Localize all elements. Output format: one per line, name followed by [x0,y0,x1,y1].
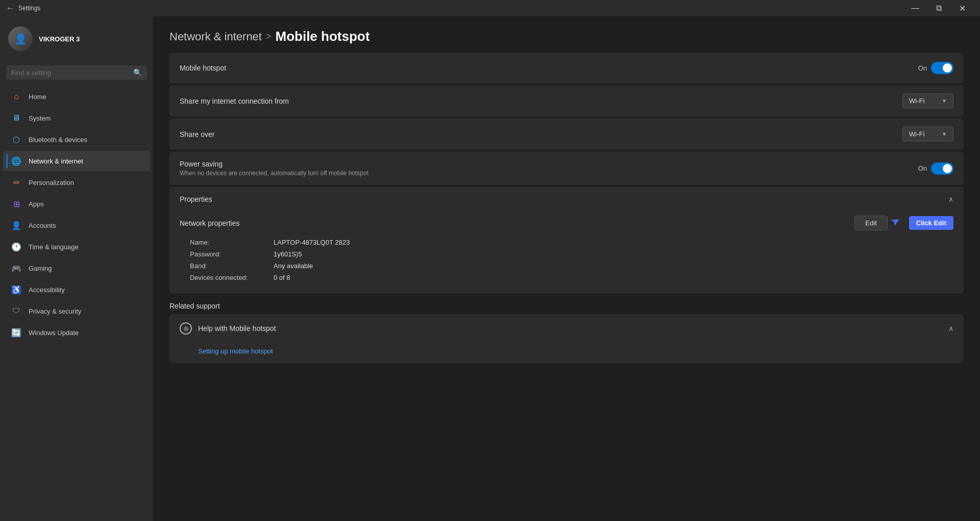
search-box[interactable]: 🔍 [6,65,147,80]
power-saving-label: Power saving [180,160,369,168]
gaming-icon: 🎮 [11,263,21,273]
prop-row-devices: Devices connected: 0 of 8 [190,274,953,281]
chevron-down-icon: ▼ [942,131,947,137]
search-input[interactable] [11,69,129,77]
search-container: 🔍 [0,61,153,86]
sidebar: 👤 VIKROGER 3 🔍 ⌂ Home 🖥 System ⬡ Bluetoo… [0,16,153,521]
main-content: Network & internet > Mobile hotspot Mobi… [153,16,980,521]
support-header[interactable]: ⊕ Help with Mobile hotspot ∧ [169,314,964,343]
accessibility-icon: ♿ [11,285,21,295]
sidebar-item-network[interactable]: 🌐 Network & internet [3,151,150,171]
related-support: Related support ⊕ Help with Mobile hotsp… [169,302,964,363]
properties-title: Properties [180,195,212,203]
breadcrumb-current: Mobile hotspot [275,29,370,44]
sidebar-item-label: Home [29,93,46,101]
share-from-dropdown[interactable]: Wi-Fi ▼ [902,93,953,108]
sidebar-item-personalization[interactable]: ✏ Personalization [3,172,150,193]
properties-header[interactable]: Properties ∧ [169,187,964,211]
mobile-hotspot-label: Mobile hotspot [180,64,226,72]
collapse-icon: ∧ [948,195,953,203]
breadcrumb-parent[interactable]: Network & internet [169,30,262,43]
avatar: 👤 [8,27,33,51]
system-icon: 🖥 [11,113,21,123]
sidebar-item-accessibility[interactable]: ♿ Accessibility [3,279,150,300]
back-button[interactable]: ← [6,4,14,13]
prop-key-password: Password: [190,250,261,258]
breadcrumb: Network & internet > Mobile hotspot [153,16,980,53]
sidebar-item-label: Personalization [29,179,74,186]
username: VIKROGER 3 [39,35,80,43]
share-from-row: Share my internet connection from Wi-Fi … [169,85,964,116]
power-saving-toggle[interactable] [931,162,953,175]
prop-row-band: Band: Any available [190,262,953,270]
network-props-title: Network properties [180,219,240,227]
prop-key-devices: Devices connected: [190,274,261,281]
titlebar-title: Settings [18,5,40,12]
home-icon: ⌂ [11,91,21,102]
support-globe-icon: ⊕ [180,322,192,335]
share-over-label: Share over [180,130,214,138]
sidebar-item-label: System [29,114,51,122]
support-section-label: Help with Mobile hotspot [198,324,276,333]
restore-button[interactable]: ⧉ [927,0,950,16]
prop-val-band: Any available [274,262,313,270]
mobile-hotspot-row: Mobile hotspot On [169,53,964,83]
sidebar-item-system[interactable]: 🖥 System [3,108,150,128]
prop-val-password: 1y601S)5 [274,250,302,258]
support-body: Setting up mobile hotspot [169,343,964,363]
sidebar-item-label: Accounts [29,222,56,229]
mobile-hotspot-toggle[interactable] [931,62,953,74]
chevron-down-icon: ▼ [942,98,947,104]
titlebar-controls: — ⧉ ✕ [903,0,974,16]
support-link[interactable]: Setting up mobile hotspot [198,347,273,355]
edit-button[interactable]: Edit [854,216,887,230]
sidebar-item-label: Privacy & security [29,307,81,315]
bluetooth-icon: ⬡ [11,134,21,145]
prop-key-name: Name: [190,239,261,246]
share-over-dropdown[interactable]: Wi-Fi ▼ [902,127,953,141]
prop-row-name: Name: LAPTOP-4873LQ0T 2823 [190,239,953,246]
sidebar-item-bluetooth[interactable]: ⬡ Bluetooth & devices [3,129,150,150]
search-icon: 🔍 [133,68,142,77]
breadcrumb-separator: > [266,31,272,42]
nav-items: ⌂ Home 🖥 System ⬡ Bluetooth & devices 🌐 … [0,86,153,517]
prop-row-password: Password: 1y601S)5 [190,250,953,258]
sidebar-item-apps[interactable]: ⊞ Apps [3,194,150,214]
sidebar-item-label: Time & language [29,243,79,251]
sidebar-item-accounts[interactable]: 👤 Accounts [3,215,150,235]
properties-body: Network properties Edit ➤ Click Edit Nam… [169,211,964,294]
update-icon: 🔄 [11,327,21,338]
sidebar-item-time[interactable]: 🕐 Time & language [3,236,150,257]
related-support-title: Related support [169,302,964,310]
support-section: ⊕ Help with Mobile hotspot ∧ Setting up … [169,314,964,363]
sidebar-item-gaming[interactable]: 🎮 Gaming [3,258,150,278]
mobile-hotspot-status-label: On [918,64,927,72]
support-collapse-icon: ∧ [948,324,953,333]
power-saving-row: Power saving When no devices are connect… [169,152,964,185]
sidebar-item-label: Bluetooth & devices [29,136,87,144]
settings-list: Mobile hotspot On Share my internet conn… [153,53,980,185]
sidebar-item-home[interactable]: ⌂ Home [3,86,150,107]
minimize-button[interactable]: — [903,0,927,16]
properties-section: Properties ∧ Network properties Edit ➤ C… [169,187,964,294]
prop-rows: Name: LAPTOP-4873LQ0T 2823 Password: 1y6… [180,239,953,281]
share-from-value: Wi-Fi [909,97,924,105]
sidebar-item-label: Accessibility [29,286,65,294]
arrow-pointer-icon: ➤ [888,213,902,229]
titlebar: ← Settings — ⧉ ✕ [0,0,980,16]
app-body: 👤 VIKROGER 3 🔍 ⌂ Home 🖥 System ⬡ Bluetoo… [0,16,980,521]
user-section: 👤 VIKROGER 3 [0,16,153,61]
personalization-icon: ✏ [11,177,21,187]
time-icon: 🕐 [11,242,21,252]
accounts-icon: 👤 [11,220,21,230]
sidebar-item-privacy[interactable]: 🛡 Privacy & security [3,301,150,321]
click-edit-tooltip: Click Edit [909,216,953,230]
network-icon: 🌐 [11,156,21,166]
share-over-value: Wi-Fi [909,130,924,138]
sidebar-item-label: Network & internet [29,157,83,165]
sidebar-item-update[interactable]: 🔄 Windows Update [3,322,150,343]
close-button[interactable]: ✕ [950,0,974,16]
share-from-label: Share my internet connection from [180,97,289,105]
sidebar-item-label: Gaming [29,265,52,272]
power-saving-status-label: On [918,164,927,172]
